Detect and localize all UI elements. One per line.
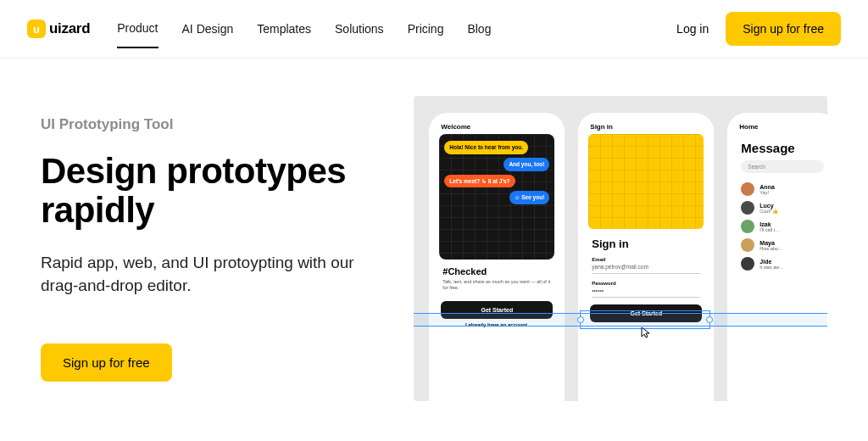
top-nav: u uizard Product AI Design Templates Sol… [0, 0, 868, 59]
contact-sub: How abo… [760, 246, 782, 251]
mock-label: Welcome [434, 118, 559, 134]
contact-name: Jide [760, 259, 783, 265]
mock-home: Home Message Search AnnaYay!LucyCool! 👍I… [727, 113, 827, 401]
preview-canvas: Welcome Hola! Nice to hear from you. And… [414, 96, 827, 401]
contact-row: LucyCool! 👍 [732, 198, 827, 217]
logo[interactable]: u uizard [27, 20, 90, 38]
avatar [741, 220, 754, 233]
signin-title: Sign in [592, 237, 700, 250]
nav-item-templates[interactable]: Templates [257, 22, 311, 47]
avatar [741, 257, 754, 271]
nav-item-ai-design[interactable]: AI Design [182, 22, 234, 47]
signin-hero-image [588, 134, 704, 229]
contact-name: Anna [760, 184, 775, 190]
already-account-link: I already have an account. [434, 322, 559, 332]
nav-item-product[interactable]: Product [117, 21, 158, 48]
mock-label: Home [732, 118, 827, 134]
subhead: Rapid app, web, and UI protoypting with … [41, 252, 363, 297]
avatar [741, 182, 754, 196]
messages-title: Message [732, 134, 827, 160]
get-started-button: Get Started [590, 304, 702, 322]
contacts-list: AnnaYay!LucyCool! 👍IzakI'll call t…MayaH… [732, 180, 827, 273]
signin-form: Sign in Email yana.petrov@mail.com Passw… [583, 229, 709, 298]
contact-row: IzakI'll call t… [732, 217, 827, 236]
avatar [741, 238, 754, 252]
contact-name: Izak [760, 221, 779, 227]
search-field: Search [741, 160, 824, 173]
contact-sub: It was aw… [760, 265, 783, 270]
chat-bubble: Hola! Nice to hear from you. [444, 141, 528, 154]
contact-row: MayaHow abo… [732, 236, 827, 254]
contact-name: Maya [760, 240, 782, 246]
contact-name: Lucy [760, 203, 777, 209]
chat-area: Hola! Nice to hear from you. And you, to… [439, 134, 554, 260]
welcome-desc: Talk, text, and share as much as you wan… [442, 279, 551, 291]
email-value: yana.petrov@mail.com [592, 264, 700, 274]
nav-item-solutions[interactable]: Solutions [335, 22, 384, 47]
hero-cta-button[interactable]: Sign up for free [41, 343, 172, 382]
login-link[interactable]: Log in [676, 22, 709, 36]
nav-item-pricing[interactable]: Pricing [408, 22, 444, 47]
email-label: Email [592, 257, 700, 262]
chat-bubble: Let's meet? ↳ 8 at J's? [444, 175, 515, 188]
logo-mark: u [27, 20, 46, 38]
hero-copy: UI Prototyping Tool Design prototypes ra… [41, 96, 387, 401]
logo-text: uizard [49, 20, 90, 37]
welcome-title: #Checked [442, 266, 551, 276]
mock-label: Sign in [583, 118, 709, 134]
contact-row: JideIt was aw… [732, 254, 827, 273]
password-label: Password [592, 281, 700, 286]
nav-item-blog[interactable]: Blog [467, 22, 491, 47]
get-started-button: Get Started [441, 301, 553, 319]
contact-sub: Cool! 👍 [760, 209, 777, 214]
hero-section: UI Prototyping Tool Design prototypes ra… [0, 59, 868, 401]
chat-bubble: ☺ See you! [509, 191, 550, 204]
main-nav: Product AI Design Templates Solutions Pr… [117, 21, 491, 36]
mock-signin: Sign in Sign in Email yana.petrov@mail.c… [578, 113, 714, 401]
mock-welcome: Welcome Hola! Nice to hear from you. And… [429, 113, 565, 401]
eyebrow: UI Prototyping Tool [41, 116, 387, 133]
headline: Design prototypes rapidly [41, 152, 387, 230]
contact-row: AnnaYay! [732, 180, 827, 198]
chat-bubble: And you, too! [504, 158, 549, 171]
contact-sub: I'll call t… [760, 227, 779, 232]
avatar [741, 201, 754, 215]
password-value: •••••• [592, 287, 700, 298]
contact-sub: Yay! [760, 190, 775, 195]
signup-button[interactable]: Sign up for free [726, 12, 841, 46]
welcome-text: #Checked Talk, text, and share as much a… [434, 260, 559, 294]
